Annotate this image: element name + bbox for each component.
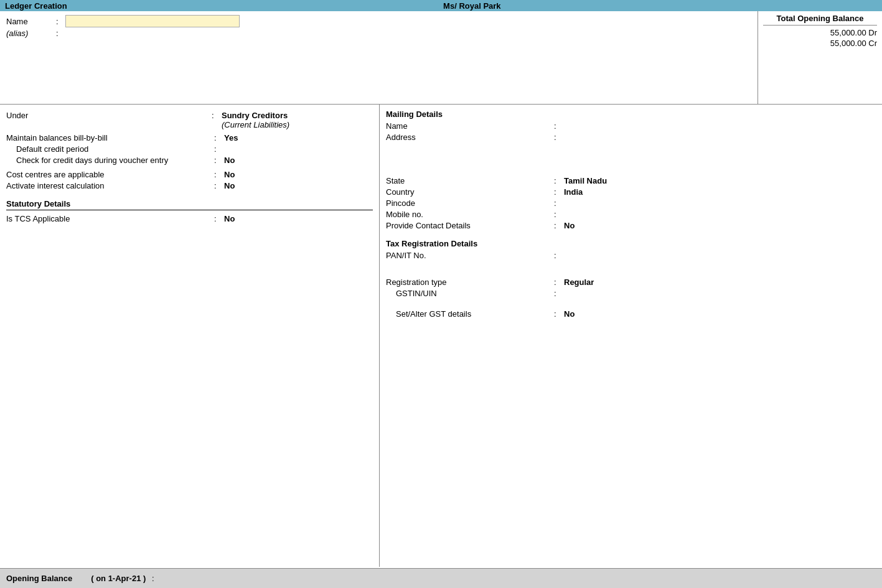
name-colon: :	[56, 17, 65, 26]
mailing-name-colon: :	[554, 121, 564, 131]
state-colon: :	[554, 176, 564, 185]
under-value: Sundry Creditors	[222, 111, 289, 120]
left-panel: Under : Sundry Creditors (Current Liabil…	[0, 105, 380, 567]
under-sub: (Current Liabilities)	[222, 120, 289, 129]
reg-type-value: Regular	[564, 278, 594, 287]
pincode-row: Pincode :	[386, 198, 876, 208]
contact-value: No	[564, 221, 575, 230]
statutory-header: Statutory Details	[6, 199, 373, 210]
country-colon: :	[554, 187, 564, 197]
maintain-value: Yes	[224, 133, 238, 142]
alias-label: (alias)	[6, 29, 56, 38]
set-alter-row: Set/Alter GST details : No	[386, 309, 876, 319]
address-colon: :	[554, 133, 564, 142]
gstin-row: GSTIN/UIN :	[386, 289, 876, 298]
cost-centres-label: Cost centres are applicable	[6, 170, 212, 179]
contact-colon: :	[554, 221, 564, 230]
address-label: Address	[386, 133, 554, 142]
header-title: Ledger Creation	[5, 1, 67, 11]
mobile-label: Mobile no.	[386, 210, 554, 219]
state-label: State	[386, 176, 554, 185]
footer-on-date: ( on 1-Apr-21 ) :	[91, 574, 154, 583]
cost-centres-colon: :	[212, 170, 224, 179]
right-panel: Mailing Details Name : Address : State :…	[380, 105, 882, 567]
under-colon: :	[212, 111, 222, 120]
mailing-name-row: Name :	[386, 121, 876, 131]
main-content: Under : Sundry Creditors (Current Liabil…	[0, 105, 882, 567]
set-alter-value: No	[564, 309, 575, 319]
check-credit-label: Check for credit days during voucher ent…	[6, 156, 212, 165]
set-alter-label: Set/Alter GST details	[396, 309, 554, 319]
header-bar: Ledger Creation Ms/ Royal Park	[0, 0, 882, 11]
activate-interest-colon: :	[212, 181, 224, 190]
balance-panel: Total Opening Balance 55,000.00 Dr 55,00…	[758, 11, 882, 105]
tcs-value: No	[224, 214, 235, 223]
check-credit-row: Check for credit days during voucher ent…	[6, 156, 373, 165]
name-label: Name	[6, 17, 56, 26]
balance-title: Total Opening Balance	[763, 14, 877, 26]
under-row: Under : Sundry Creditors (Current Liabil…	[6, 111, 373, 129]
address-row: Address :	[386, 133, 876, 142]
tcs-label: Is TCS Applicable	[6, 214, 212, 223]
tax-header: Tax Registration Details	[386, 239, 876, 248]
maintain-label: Maintain balances bill-by-bill	[6, 133, 212, 142]
reg-type-label: Registration type	[386, 278, 554, 287]
pincode-colon: :	[554, 198, 564, 208]
mobile-row: Mobile no. :	[386, 210, 876, 219]
country-row: Country : India	[386, 187, 876, 197]
activate-interest-row: Activate interest calculation : No	[6, 181, 373, 190]
name-row: Name :	[6, 15, 876, 27]
alias-colon: :	[56, 29, 65, 38]
mailing-name-label: Name	[386, 121, 554, 131]
alias-row: (alias) :	[6, 29, 876, 38]
country-label: Country	[386, 187, 554, 197]
opening-balance-label: Opening Balance	[6, 574, 72, 583]
top-section: Total Opening Balance 55,000.00 Dr 55,00…	[0, 11, 882, 105]
state-value: Tamil Nadu	[564, 176, 607, 185]
contact-row: Provide Contact Details : No	[386, 221, 876, 230]
gstin-colon: :	[554, 289, 564, 298]
check-credit-value: No	[224, 156, 235, 165]
pincode-label: Pincode	[386, 198, 554, 208]
maintain-colon: :	[212, 133, 224, 142]
under-label: Under	[6, 111, 212, 120]
default-credit-label: Default credit period	[6, 144, 212, 154]
contact-label: Provide Contact Details	[386, 221, 554, 230]
tcs-colon: :	[212, 214, 224, 223]
check-credit-colon: :	[212, 156, 224, 165]
under-value-block: Sundry Creditors (Current Liabilities)	[222, 111, 289, 129]
pan-label: PAN/IT No.	[386, 251, 554, 260]
balance-dr: 55,000.00 Dr	[763, 28, 877, 37]
header-company: Ms/ Royal Park	[67, 1, 877, 11]
default-credit-row: Default credit period :	[6, 144, 373, 154]
maintain-row: Maintain balances bill-by-bill : Yes	[6, 133, 373, 142]
reg-type-colon: :	[554, 278, 564, 287]
pan-row: PAN/IT No. :	[386, 251, 876, 260]
default-credit-colon: :	[212, 144, 224, 154]
activate-interest-value: No	[224, 181, 235, 190]
name-input[interactable]	[65, 15, 240, 27]
tcs-row: Is TCS Applicable : No	[6, 214, 373, 223]
state-row: State : Tamil Nadu	[386, 176, 876, 185]
pan-colon: :	[554, 251, 564, 260]
footer: Opening Balance ( on 1-Apr-21 ) :	[0, 568, 882, 588]
activate-interest-label: Activate interest calculation	[6, 181, 212, 190]
cost-centres-value: No	[224, 170, 235, 179]
mailing-header: Mailing Details	[386, 110, 876, 119]
mobile-colon: :	[554, 210, 564, 219]
reg-type-row: Registration type : Regular	[386, 278, 876, 287]
cost-centres-row: Cost centres are applicable : No	[6, 170, 373, 179]
set-alter-colon: :	[554, 309, 564, 319]
gstin-label: GSTIN/UIN	[396, 289, 554, 298]
balance-cr: 55,000.00 Cr	[763, 39, 877, 48]
country-value: India	[564, 187, 583, 197]
